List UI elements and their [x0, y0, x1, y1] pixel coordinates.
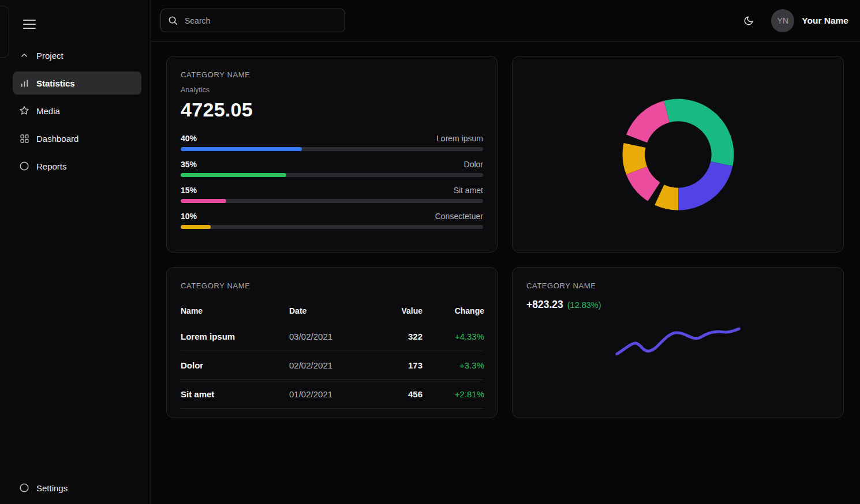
sidebar: ProjectStatisticsMediaDashboardReports S…	[0, 0, 151, 504]
cell-name: Sit amet	[181, 389, 289, 399]
table-row: Dolor 02/02/2021 173 +3.3%	[181, 351, 483, 380]
card-category-label: CATEGORY NAME	[181, 281, 483, 290]
moon-icon	[743, 16, 754, 26]
column-header-value: Value	[362, 306, 422, 315]
line-chart	[513, 268, 843, 418]
window-edge-artifact	[0, 6, 9, 58]
cell-date: 02/02/2021	[289, 360, 362, 370]
progress-percent: 10%	[181, 212, 197, 221]
sidebar-item-media[interactable]: Media	[13, 99, 141, 122]
analytics-card: CATEGORY NAME Analytics 4725.05 40% Lore…	[166, 56, 498, 253]
progress-label: Dolor	[464, 160, 483, 169]
progress-fill	[181, 199, 226, 203]
circle-icon	[19, 483, 29, 493]
sidebar-item-project[interactable]: Project	[13, 44, 141, 67]
progress-track	[181, 225, 483, 229]
main-area: YN Your Name CATEGORY NAME Analytics 472…	[151, 0, 860, 504]
donut-segment	[626, 101, 670, 142]
progress-track	[181, 173, 483, 177]
donut-segment	[664, 99, 734, 166]
cell-value: 322	[362, 332, 422, 341]
sidebar-item-label: Settings	[36, 483, 68, 493]
cell-name: Lorem ipsum	[181, 332, 289, 341]
sidebar-item-label: Statistics	[36, 78, 75, 88]
sidebar-item-reports[interactable]: Reports	[13, 155, 141, 178]
table-row: Lorem ipsum 03/02/2021 322 +4.33%	[181, 322, 483, 351]
progress-percent: 35%	[181, 160, 197, 169]
progress-label: Lorem ipsum	[436, 134, 483, 143]
progress-label: Consectetuer	[435, 212, 483, 221]
search-input[interactable]	[184, 16, 338, 26]
donut-segment	[678, 161, 732, 210]
progress-item: 40% Lorem ipsum	[181, 134, 483, 151]
topbar: YN Your Name	[151, 0, 860, 42]
column-header-change: Change	[422, 306, 484, 315]
progress-fill	[181, 147, 302, 151]
sidebar-footer: Settings	[0, 476, 151, 504]
avatar[interactable]: YN	[771, 9, 794, 32]
cell-change: +2.81%	[422, 389, 484, 399]
card-category-label: CATEGORY NAME	[181, 70, 483, 79]
sidebar-item-label: Dashboard	[36, 134, 78, 144]
grid-icon	[19, 133, 29, 144]
dark-mode-toggle-button[interactable]	[740, 12, 757, 29]
cell-change: +3.3%	[422, 360, 484, 370]
search-icon	[168, 16, 178, 25]
search-box[interactable]	[160, 9, 345, 32]
sidebar-item-dashboard[interactable]: Dashboard	[13, 127, 141, 150]
cell-value: 456	[362, 389, 422, 399]
progress-item: 15% Sit amet	[181, 186, 483, 203]
table-row: Sit amet 01/02/2021 456 +2.81%	[181, 380, 483, 409]
progress-item: 35% Dolor	[181, 160, 483, 177]
sidebar-item-label: Reports	[36, 161, 67, 171]
progress-track	[181, 147, 483, 151]
sidebar-nav: ProjectStatisticsMediaDashboardReports	[0, 44, 151, 178]
sidebar-item-label: Media	[36, 106, 60, 116]
cell-change: +4.33%	[422, 332, 484, 341]
sidebar-item-statistics[interactable]: Statistics	[13, 72, 141, 95]
progress-percent: 15%	[181, 186, 197, 195]
circle-icon	[19, 161, 29, 171]
cell-date: 03/02/2021	[289, 332, 362, 341]
cell-date: 01/02/2021	[289, 389, 362, 399]
sidebar-item-settings[interactable]: Settings	[13, 476, 141, 499]
bar-chart-icon	[19, 78, 29, 88]
sidebar-item-label: Project	[36, 51, 63, 61]
cell-value: 173	[362, 360, 422, 370]
analytics-value: 4725.05	[181, 99, 483, 121]
user-name: Your Name	[802, 16, 848, 26]
trend-card: CATEGORY NAME +823.23 (12.83%)	[512, 267, 844, 418]
hamburger-menu-button[interactable]	[23, 20, 36, 29]
table-header-row: Name Date Value Change	[181, 299, 483, 322]
analytics-subtitle: Analytics	[181, 86, 483, 94]
dashboard-grid: CATEGORY NAME Analytics 4725.05 40% Lore…	[151, 42, 860, 418]
data-table: Name Date Value Change Lorem ipsum 03/02…	[181, 299, 483, 409]
chevron-up-icon	[19, 50, 29, 61]
star-icon	[19, 106, 29, 116]
donut-card	[512, 56, 844, 253]
column-header-name: Name	[181, 306, 289, 315]
donut-segment	[655, 185, 678, 210]
progress-fill	[181, 225, 211, 229]
progress-label: Sit amet	[454, 186, 483, 195]
progress-bars: 40% Lorem ipsum 35% Dolor 15% Sit amet 1…	[181, 134, 483, 229]
progress-fill	[181, 173, 286, 177]
progress-item: 10% Consectetuer	[181, 212, 483, 229]
donut-chart	[513, 57, 843, 252]
table-card: CATEGORY NAME Name Date Value Change Lor…	[166, 267, 498, 418]
topbar-right: YN Your Name	[740, 9, 848, 32]
progress-percent: 40%	[181, 134, 197, 143]
progress-track	[181, 199, 483, 203]
cell-name: Dolor	[181, 360, 289, 370]
trend-line	[617, 329, 739, 354]
column-header-date: Date	[289, 306, 362, 315]
